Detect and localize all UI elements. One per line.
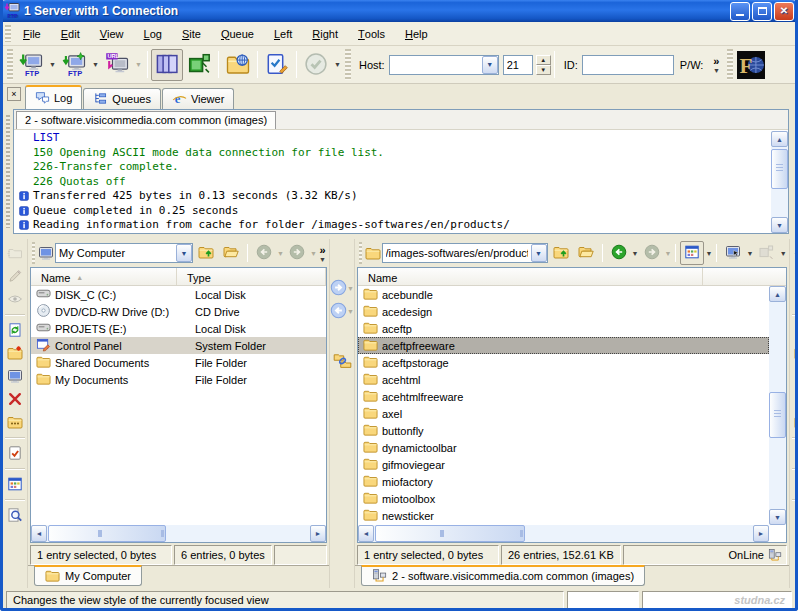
forward-dropdown[interactable]: ▼ <box>310 238 317 268</box>
delete-button[interactable] <box>790 388 798 411</box>
folder-row[interactable]: miofactory <box>358 473 769 490</box>
find-button[interactable] <box>790 504 798 527</box>
edit-button[interactable] <box>790 265 798 288</box>
connection-status-dropdown[interactable]: ▼ <box>332 50 343 80</box>
refresh-button[interactable] <box>790 319 798 342</box>
toolbar-grip[interactable] <box>727 49 733 80</box>
folder-row[interactable]: acedesign <box>358 303 769 320</box>
scroll-up-icon[interactable]: ▲ <box>769 286 786 302</box>
remote-horizontal-scrollbar[interactable]: ◄ ► <box>358 525 769 542</box>
remote-path-input[interactable] <box>383 245 531 261</box>
select-files-button[interactable] <box>790 442 798 465</box>
file-row[interactable]: My DocumentsFile Folder <box>31 371 326 388</box>
download-dropdown[interactable]: ▼ <box>347 304 355 320</box>
select-files-button[interactable] <box>3 442 27 465</box>
url-transfer-button[interactable]: URL <box>101 49 133 81</box>
menu-site[interactable]: Site <box>172 22 211 45</box>
tab-log[interactable]: Log <box>25 85 82 109</box>
file-row[interactable]: Shared DocumentsFile Folder <box>31 354 326 371</box>
host-dropdown-arrow[interactable]: ▼ <box>482 56 498 74</box>
local-path-input[interactable] <box>56 245 176 261</box>
file-row[interactable]: PROJETS (E:)Local Disk <box>31 320 326 337</box>
toolbar-grip[interactable] <box>7 49 13 80</box>
edit-button[interactable] <box>3 265 27 288</box>
scroll-up-icon[interactable]: ▲ <box>771 131 788 147</box>
folder-row[interactable]: acebundle <box>358 286 769 303</box>
download-button[interactable]: ▼ <box>330 302 355 321</box>
refresh-button[interactable] <box>3 319 27 342</box>
view-style-button[interactable] <box>3 473 27 496</box>
folder-transfer-button[interactable] <box>790 242 798 265</box>
scroll-thumb[interactable] <box>771 149 788 189</box>
connection-status-button[interactable] <box>300 49 332 81</box>
quick-connect-dropdown[interactable]: ▼ <box>90 50 101 80</box>
panel-toolbar-overflow[interactable]: »▼ <box>318 244 327 263</box>
remote-vertical-scrollbar[interactable]: ▲ ▼ <box>769 286 786 525</box>
preview-button[interactable] <box>790 288 798 311</box>
folder-transfer-button[interactable] <box>3 242 27 265</box>
find-button[interactable] <box>3 504 27 527</box>
column-header-name[interactable]: Name <box>358 268 703 285</box>
log-output[interactable]: LIST150 Opening ASCII mode data connecti… <box>14 130 788 233</box>
synchronize-folders-button[interactable] <box>333 351 352 372</box>
folder-open-button[interactable] <box>219 241 243 265</box>
tab-queues[interactable]: Queues <box>83 88 161 109</box>
close-button[interactable]: ✕ <box>774 2 794 21</box>
rename-button[interactable] <box>790 365 798 388</box>
scroll-down-icon[interactable]: ▼ <box>769 509 786 525</box>
column-header-name[interactable]: Name ▲ <box>31 268 177 285</box>
scroll-left-icon[interactable]: ◄ <box>358 525 374 542</box>
folder-row[interactable]: buttonfly <box>358 422 769 439</box>
column-header-blank[interactable] <box>703 268 786 285</box>
scroll-right-icon[interactable]: ► <box>753 525 769 542</box>
local-path-dropdown[interactable]: ▼ <box>176 244 192 262</box>
delete-button[interactable] <box>3 388 27 411</box>
scroll-down-icon[interactable]: ▼ <box>771 217 788 233</box>
minimize-button[interactable] <box>730 2 750 21</box>
scroll-right-icon[interactable]: ► <box>310 525 326 542</box>
folder-row[interactable]: miotoolbox <box>358 490 769 507</box>
transfer-verify-button[interactable] <box>261 49 293 81</box>
forward-button[interactable] <box>285 241 309 265</box>
upload-button[interactable]: ▼ <box>330 279 355 298</box>
folder-row[interactable]: newsticker <box>358 507 769 524</box>
preview-button[interactable] <box>3 288 27 311</box>
forward-button[interactable] <box>640 241 664 265</box>
new-folder-button[interactable] <box>790 342 798 365</box>
scroll-left-icon[interactable]: ◄ <box>31 525 47 542</box>
site-folder-button[interactable] <box>222 49 254 81</box>
back-button[interactable] <box>252 241 276 265</box>
ftp-connect-button[interactable]: FTP <box>15 49 47 81</box>
menu-queue[interactable]: Queue <box>211 22 264 45</box>
log-connection-tab[interactable]: 2 - software.visicommedia.com common (im… <box>16 111 276 129</box>
menu-help[interactable]: Help <box>395 22 438 45</box>
file-row[interactable]: DVD/CD-RW Drive (D:)CD Drive <box>31 303 326 320</box>
folder-up-button[interactable] <box>194 241 218 265</box>
ftp-connect-dropdown[interactable]: ▼ <box>47 50 58 80</box>
menu-view[interactable]: View <box>90 22 134 45</box>
window-mirror-button[interactable] <box>183 49 215 81</box>
column-header-type[interactable]: Type <box>177 268 326 285</box>
maximize-button[interactable] <box>752 2 772 21</box>
panel-toolbar-overflow[interactable]: ▼ <box>779 250 787 257</box>
folder-properties-button[interactable] <box>790 411 798 434</box>
toolbar-grip[interactable] <box>345 49 351 80</box>
toolbar-grip[interactable] <box>5 25 11 42</box>
window-panels-button[interactable] <box>151 49 183 81</box>
id-input[interactable] <box>583 57 673 73</box>
back-dropdown[interactable]: ▼ <box>632 238 639 268</box>
back-dropdown[interactable]: ▼ <box>277 238 284 268</box>
folder-row[interactable]: acehtml <box>358 371 769 388</box>
file-row[interactable]: Control PanelSystem Folder <box>31 337 326 354</box>
toolbar-grip[interactable] <box>359 242 362 264</box>
menu-edit[interactable]: Edit <box>51 22 90 45</box>
view-style-dropdown[interactable]: ▼ <box>705 238 712 268</box>
scroll-thumb[interactable] <box>375 525 525 542</box>
local-panel-tab[interactable]: My Computer <box>34 565 142 586</box>
remote-connection-tab[interactable]: 2 - software.visicommedia.com common (im… <box>361 565 645 586</box>
close-pane-button[interactable]: × <box>7 87 21 101</box>
file-row[interactable]: DISK_C (C:)Local Disk <box>31 286 326 303</box>
scroll-thumb[interactable] <box>48 525 166 542</box>
host-input[interactable] <box>390 57 482 73</box>
log-pane-grip[interactable] <box>3 109 13 234</box>
